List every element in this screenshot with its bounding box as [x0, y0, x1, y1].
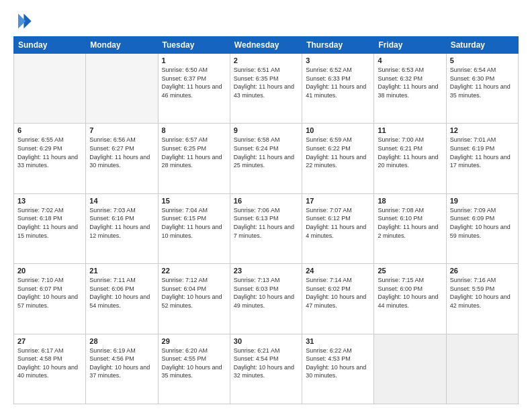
calendar-cell: 27Sunrise: 6:17 AM Sunset: 4:58 PM Dayli…	[14, 334, 86, 404]
day-number: 17	[306, 197, 370, 205]
logo	[13, 11, 34, 30]
day-number: 22	[162, 267, 226, 275]
day-number: 8	[162, 126, 226, 134]
day-number: 25	[378, 267, 442, 275]
calendar-week-row: 1Sunrise: 6:50 AM Sunset: 6:37 PM Daylig…	[14, 54, 519, 124]
calendar-day-header: Wednesday	[230, 37, 302, 54]
calendar-cell: 2Sunrise: 6:51 AM Sunset: 6:35 PM Daylig…	[230, 54, 302, 124]
day-number: 27	[17, 337, 82, 345]
calendar-cell: 28Sunrise: 6:19 AM Sunset: 4:56 PM Dayli…	[86, 334, 158, 404]
calendar-day-header: Sunday	[14, 37, 86, 54]
day-number: 19	[450, 197, 515, 205]
day-number: 7	[89, 126, 154, 134]
day-info: Sunrise: 7:11 AM Sunset: 6:06 PM Dayligh…	[89, 276, 154, 310]
day-number: 18	[378, 197, 442, 205]
day-info: Sunrise: 7:04 AM Sunset: 6:15 PM Dayligh…	[162, 206, 226, 240]
day-number: 29	[162, 337, 226, 345]
day-number: 30	[234, 337, 298, 345]
day-number: 26	[450, 267, 515, 275]
calendar-week-row: 20Sunrise: 7:10 AM Sunset: 6:07 PM Dayli…	[14, 264, 519, 334]
day-info: Sunrise: 6:54 AM Sunset: 6:30 PM Dayligh…	[450, 66, 515, 99]
calendar-cell: 6Sunrise: 6:55 AM Sunset: 6:29 PM Daylig…	[14, 124, 86, 193]
day-number: 11	[378, 126, 442, 134]
day-number: 24	[306, 267, 370, 275]
day-info: Sunrise: 6:57 AM Sunset: 6:25 PM Dayligh…	[162, 136, 226, 169]
page: SundayMondayTuesdayWednesdayThursdayFrid…	[0, 0, 532, 411]
calendar-day-header: Monday	[86, 37, 158, 54]
calendar-cell: 15Sunrise: 7:04 AM Sunset: 6:15 PM Dayli…	[158, 193, 230, 263]
day-info: Sunrise: 7:07 AM Sunset: 6:12 PM Dayligh…	[306, 206, 370, 240]
day-number: 9	[234, 126, 298, 134]
calendar-cell: 18Sunrise: 7:08 AM Sunset: 6:10 PM Dayli…	[374, 193, 446, 263]
calendar-cell: 5Sunrise: 6:54 AM Sunset: 6:30 PM Daylig…	[446, 54, 518, 124]
day-info: Sunrise: 6:50 AM Sunset: 6:37 PM Dayligh…	[162, 66, 226, 99]
day-number: 28	[89, 337, 154, 345]
calendar-cell	[14, 54, 86, 124]
calendar-cell: 24Sunrise: 7:14 AM Sunset: 6:02 PM Dayli…	[302, 264, 374, 334]
day-info: Sunrise: 7:13 AM Sunset: 6:03 PM Dayligh…	[234, 276, 298, 310]
header	[13, 11, 519, 30]
day-number: 15	[162, 197, 226, 205]
calendar-cell: 3Sunrise: 6:52 AM Sunset: 6:33 PM Daylig…	[302, 54, 374, 124]
calendar-cell: 17Sunrise: 7:07 AM Sunset: 6:12 PM Dayli…	[302, 193, 374, 263]
calendar-cell: 19Sunrise: 7:09 AM Sunset: 6:09 PM Dayli…	[446, 193, 518, 263]
day-info: Sunrise: 6:55 AM Sunset: 6:29 PM Dayligh…	[17, 136, 82, 169]
day-info: Sunrise: 7:01 AM Sunset: 6:19 PM Dayligh…	[450, 136, 515, 169]
calendar-cell: 9Sunrise: 6:58 AM Sunset: 6:24 PM Daylig…	[230, 124, 302, 193]
calendar-cell	[374, 334, 446, 404]
day-info: Sunrise: 6:52 AM Sunset: 6:33 PM Dayligh…	[306, 66, 370, 99]
day-number: 5	[450, 56, 515, 64]
calendar-cell: 21Sunrise: 7:11 AM Sunset: 6:06 PM Dayli…	[86, 264, 158, 334]
day-info: Sunrise: 7:06 AM Sunset: 6:13 PM Dayligh…	[234, 206, 298, 240]
calendar-cell: 12Sunrise: 7:01 AM Sunset: 6:19 PM Dayli…	[446, 124, 518, 193]
day-number: 1	[162, 56, 226, 64]
calendar-cell: 14Sunrise: 7:03 AM Sunset: 6:16 PM Dayli…	[86, 193, 158, 263]
calendar-cell: 20Sunrise: 7:10 AM Sunset: 6:07 PM Dayli…	[14, 264, 86, 334]
day-info: Sunrise: 6:21 AM Sunset: 4:54 PM Dayligh…	[234, 347, 298, 380]
calendar-cell: 26Sunrise: 7:16 AM Sunset: 5:59 PM Dayli…	[446, 264, 518, 334]
calendar-cell: 10Sunrise: 6:59 AM Sunset: 6:22 PM Dayli…	[302, 124, 374, 193]
calendar-cell: 31Sunrise: 6:22 AM Sunset: 4:53 PM Dayli…	[302, 334, 374, 404]
day-number: 14	[89, 197, 154, 205]
calendar-cell: 25Sunrise: 7:15 AM Sunset: 6:00 PM Dayli…	[374, 264, 446, 334]
day-info: Sunrise: 7:03 AM Sunset: 6:16 PM Dayligh…	[89, 206, 154, 240]
calendar-cell: 29Sunrise: 6:20 AM Sunset: 4:55 PM Dayli…	[158, 334, 230, 404]
day-number: 13	[17, 197, 82, 205]
calendar-day-header: Tuesday	[158, 37, 230, 54]
calendar-cell	[86, 54, 158, 124]
calendar-cell: 23Sunrise: 7:13 AM Sunset: 6:03 PM Dayli…	[230, 264, 302, 334]
day-number: 20	[17, 267, 82, 275]
day-info: Sunrise: 6:19 AM Sunset: 4:56 PM Dayligh…	[89, 347, 154, 380]
day-info: Sunrise: 7:10 AM Sunset: 6:07 PM Dayligh…	[17, 276, 82, 310]
day-info: Sunrise: 7:16 AM Sunset: 5:59 PM Dayligh…	[450, 276, 515, 310]
day-number: 6	[17, 126, 82, 134]
day-info: Sunrise: 6:56 AM Sunset: 6:27 PM Dayligh…	[89, 136, 154, 169]
calendar-day-header: Saturday	[446, 37, 518, 54]
calendar-cell: 4Sunrise: 6:53 AM Sunset: 6:32 PM Daylig…	[374, 54, 446, 124]
calendar-day-header: Friday	[374, 37, 446, 54]
day-info: Sunrise: 6:51 AM Sunset: 6:35 PM Dayligh…	[234, 66, 298, 99]
day-info: Sunrise: 7:14 AM Sunset: 6:02 PM Dayligh…	[306, 276, 370, 310]
day-info: Sunrise: 7:09 AM Sunset: 6:09 PM Dayligh…	[450, 206, 515, 240]
day-number: 12	[450, 126, 515, 134]
day-number: 31	[306, 337, 370, 345]
calendar-cell: 22Sunrise: 7:12 AM Sunset: 6:04 PM Dayli…	[158, 264, 230, 334]
calendar-week-row: 27Sunrise: 6:17 AM Sunset: 4:58 PM Dayli…	[14, 334, 519, 404]
calendar-week-row: 6Sunrise: 6:55 AM Sunset: 6:29 PM Daylig…	[14, 124, 519, 193]
calendar-cell: 1Sunrise: 6:50 AM Sunset: 6:37 PM Daylig…	[158, 54, 230, 124]
day-info: Sunrise: 6:17 AM Sunset: 4:58 PM Dayligh…	[17, 347, 82, 380]
calendar-cell	[446, 334, 518, 404]
day-number: 3	[306, 56, 370, 64]
day-info: Sunrise: 7:12 AM Sunset: 6:04 PM Dayligh…	[162, 276, 226, 310]
logo-icon	[13, 11, 32, 30]
calendar-cell: 30Sunrise: 6:21 AM Sunset: 4:54 PM Dayli…	[230, 334, 302, 404]
day-info: Sunrise: 6:53 AM Sunset: 6:32 PM Dayligh…	[378, 66, 442, 99]
day-number: 4	[378, 56, 442, 64]
day-info: Sunrise: 7:00 AM Sunset: 6:21 PM Dayligh…	[378, 136, 442, 169]
day-info: Sunrise: 6:22 AM Sunset: 4:53 PM Dayligh…	[306, 347, 370, 380]
calendar-cell: 11Sunrise: 7:00 AM Sunset: 6:21 PM Dayli…	[374, 124, 446, 193]
day-number: 16	[234, 197, 298, 205]
calendar-cell: 7Sunrise: 6:56 AM Sunset: 6:27 PM Daylig…	[86, 124, 158, 193]
day-info: Sunrise: 7:08 AM Sunset: 6:10 PM Dayligh…	[378, 206, 442, 240]
calendar-cell: 13Sunrise: 7:02 AM Sunset: 6:18 PM Dayli…	[14, 193, 86, 263]
